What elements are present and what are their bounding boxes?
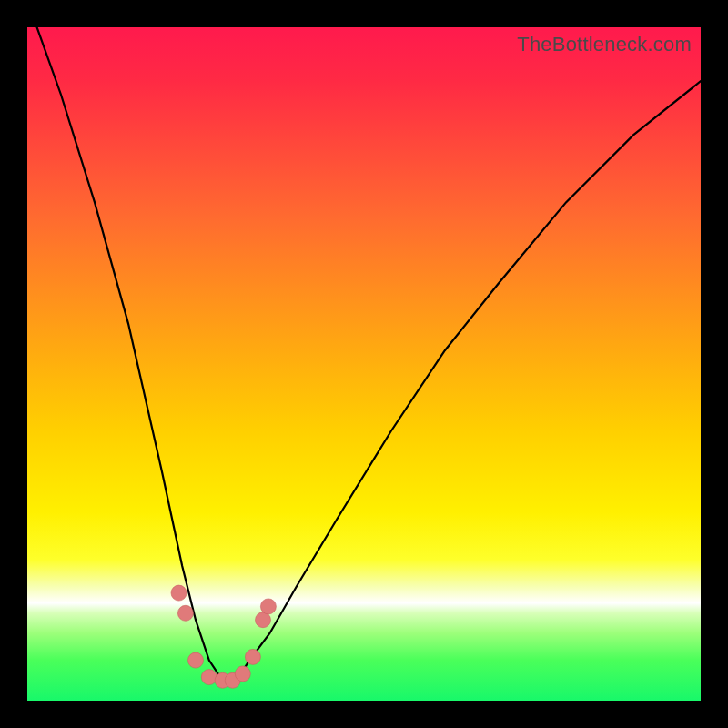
bottleneck-curve: [27, 27, 701, 681]
chart-frame: TheBottleneck.com: [0, 0, 728, 728]
marker-dot: [235, 666, 250, 682]
curve-layer: [27, 27, 701, 701]
marker-layer: [171, 585, 276, 688]
plot-area: TheBottleneck.com: [27, 27, 701, 701]
marker-dot: [245, 649, 260, 664]
marker-dot: [188, 652, 204, 668]
marker-dot: [201, 670, 217, 685]
marker-dot: [260, 599, 276, 614]
marker-dot: [171, 585, 187, 601]
marker-dot: [256, 612, 271, 628]
marker-dot: [177, 605, 193, 621]
